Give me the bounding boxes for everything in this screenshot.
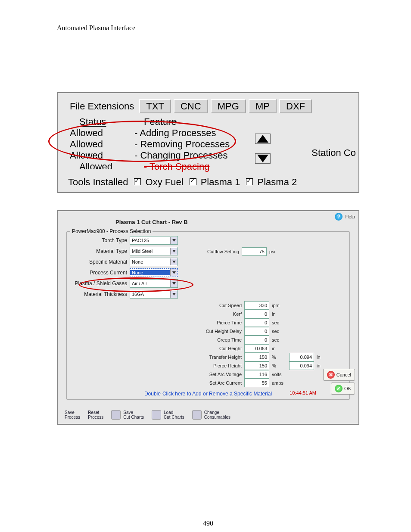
- toolbar-icon: [152, 410, 161, 420]
- param-Kerf-value[interactable]: 0: [244, 310, 269, 318]
- ext-txt-button[interactable]: TXT: [139, 99, 171, 113]
- toolbar-load-cut charts-button[interactable]: LoadCut Charts: [152, 410, 184, 420]
- material_type-label: Material Type: [71, 248, 130, 254]
- param-Cut Height Delay-value[interactable]: 0: [244, 327, 269, 336]
- toolbar-icon: [111, 410, 121, 420]
- scroll-down-button[interactable]: [255, 153, 271, 164]
- param-row: Transfer Height150%0.094in: [190, 353, 345, 361]
- timestamp: 10:44:51 AM: [290, 390, 316, 395]
- param-Transfer Height-value2[interactable]: 0.094: [289, 353, 314, 361]
- param-Set Arc Voltage-value[interactable]: 116: [244, 370, 269, 379]
- param-row: Kerf0in: [190, 310, 345, 318]
- ext-dxf-button[interactable]: DXF: [279, 99, 312, 113]
- page-header: Automated Plasma Interface: [57, 24, 359, 32]
- param-Set Arc Current-value[interactable]: 55: [244, 379, 269, 387]
- page-number: 490: [57, 520, 359, 527]
- tool-plasma 1-checkbox[interactable]: [190, 178, 196, 185]
- chevron-down-icon: [170, 269, 177, 276]
- chevron-down-icon: [170, 248, 177, 255]
- param-Cut Speed-value[interactable]: 330: [244, 301, 269, 310]
- toolbar-save-cut charts-button[interactable]: SaveCut Charts: [111, 410, 144, 420]
- tool-oxy fuel-checkbox[interactable]: [134, 178, 141, 185]
- cancel-button[interactable]: ✕ Cancel: [323, 369, 355, 381]
- cutflow-value[interactable]: 75: [242, 247, 267, 256]
- specific_material-dropdown[interactable]: None: [130, 258, 178, 266]
- toolbar-reset-process-button[interactable]: ResetProcess: [88, 410, 103, 420]
- cutflow-unit: psi: [269, 249, 284, 254]
- torch_type-dropdown[interactable]: PAC125: [130, 236, 178, 245]
- param-row: Cut Height0.063in: [190, 344, 345, 353]
- material_type-dropdown[interactable]: Mild Steel: [130, 247, 178, 255]
- annotation-ellipse: [48, 121, 236, 162]
- process-selection-group: PowerMax900 - Process Selection Torch Ty…: [66, 231, 350, 400]
- file-extensions-label: File Extensions: [70, 101, 134, 112]
- ext-mpg-button[interactable]: MPG: [211, 99, 246, 113]
- param-Pierce Height-value[interactable]: 150: [244, 361, 269, 370]
- process_current-dropdown[interactable]: None: [130, 268, 178, 277]
- param-row: Set Arc Current55amps: [190, 379, 345, 387]
- toolbar-change-consumables-button[interactable]: ChangeConsumables: [192, 410, 230, 420]
- annotation-ellipse-2: [79, 277, 193, 292]
- torch_type-label: Torch Type: [71, 237, 130, 243]
- help-button[interactable]: ? Help: [335, 213, 355, 221]
- figure-file-extensions: File Extensions TXT CNC MPG MP DXF Statu…: [57, 92, 359, 193]
- dialog-title: Plasma 1 Cut Chart - Rev B: [64, 219, 352, 225]
- feature-row: Allowed- Torch Spacing: [64, 161, 352, 172]
- chevron-down-icon: [170, 258, 177, 265]
- process_current-label: Process Current: [71, 270, 130, 276]
- ok-button[interactable]: ✓ OK: [331, 383, 355, 395]
- tool-plasma 2-checkbox[interactable]: [246, 178, 253, 185]
- param-Transfer Height-value[interactable]: 150: [244, 353, 269, 361]
- figure-cut-chart: Plasma 1 Cut Chart - Rev B ? Help PowerM…: [57, 210, 359, 425]
- cutflow-label: Cutflow Setting: [187, 249, 239, 254]
- param-Pierce Height-value2[interactable]: 0.094: [289, 361, 314, 370]
- toolbar-save-process-button[interactable]: SaveProcess: [65, 410, 80, 420]
- tools-installed-row: Tools Installed Oxy Fuel Plasma 1 Plasma…: [64, 177, 352, 188]
- chevron-down-icon: [170, 237, 177, 244]
- ext-mp-button[interactable]: MP: [249, 99, 277, 113]
- param-Creep Time-value[interactable]: 0: [244, 336, 269, 344]
- param-row: Pierce Time0sec: [190, 318, 345, 327]
- ext-cnc-button[interactable]: CNC: [174, 99, 208, 113]
- thickness-label: Material Thickness: [71, 291, 130, 297]
- specific_material-label: Specific Material: [71, 259, 130, 265]
- param-Cut Height-value[interactable]: 0.063: [244, 344, 269, 353]
- toolbar-icon: [192, 410, 202, 420]
- param-row: Set Arc Voltage116volts: [190, 370, 345, 379]
- param-Pierce Time-value[interactable]: 0: [244, 318, 269, 327]
- group-label: PowerMax900 - Process Selection: [70, 228, 153, 234]
- param-row: Creep Time0sec: [190, 336, 345, 344]
- station-label: Station Co: [311, 147, 356, 159]
- param-row: Pierce Height150%0.094in: [190, 361, 345, 370]
- param-row: Cut Speed330ipm: [190, 301, 345, 310]
- param-row: Cut Height Delay0sec: [190, 327, 345, 336]
- scroll-up-button[interactable]: [255, 134, 271, 144]
- chevron-down-icon: [170, 291, 177, 298]
